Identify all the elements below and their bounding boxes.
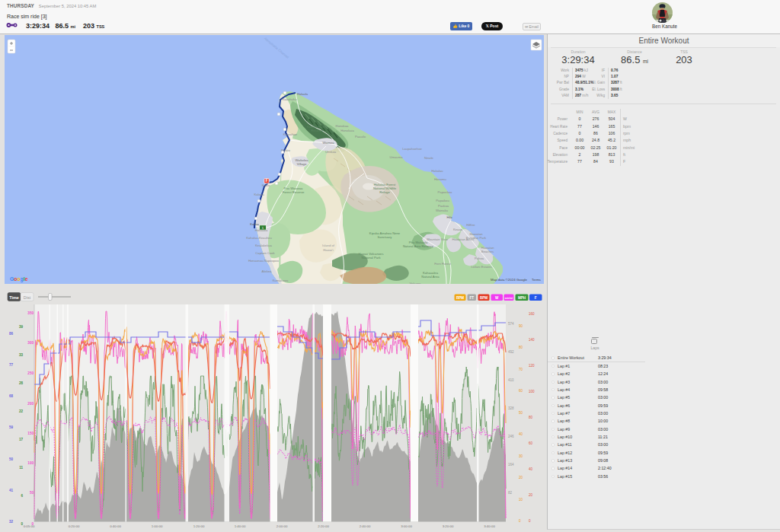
svg-text:0:40:00: 0:40:00 xyxy=(110,524,121,528)
svg-text:410: 410 xyxy=(508,378,514,382)
svg-text:1:40:00: 1:40:00 xyxy=(235,524,246,528)
svg-text:22: 22 xyxy=(19,409,24,413)
svg-text:250: 250 xyxy=(27,371,34,375)
svg-text:0:20:00: 0:20:00 xyxy=(69,524,80,528)
svg-text:Papeekeo: Papeekeo xyxy=(438,190,453,194)
svg-text:0: 0 xyxy=(529,519,531,523)
svg-text:Forest Reserve: Forest Reserve xyxy=(283,190,305,194)
svg-text:1:00:00: 1:00:00 xyxy=(152,524,163,528)
svg-text:Beaches: Beaches xyxy=(481,250,494,253)
svg-text:11: 11 xyxy=(19,466,23,470)
svg-text:Alokea: Alokea xyxy=(262,269,272,273)
svg-text:20: 20 xyxy=(529,493,533,497)
svg-text:Map data ©2024 Google: Map data ©2024 Google xyxy=(491,278,527,282)
svg-text:17: 17 xyxy=(19,438,24,441)
svg-text:Paradise Park: Paradise Park xyxy=(466,236,487,240)
svg-text:Captain Cook: Captain Cook xyxy=(255,251,275,255)
svg-text:Keaau: Keaau xyxy=(453,228,463,231)
svg-text:50: 50 xyxy=(9,457,14,461)
svg-text:40: 40 xyxy=(519,432,523,436)
svg-text:Waimea: Waimea xyxy=(322,141,334,145)
svg-text:300: 300 xyxy=(27,341,34,345)
svg-text:164: 164 xyxy=(508,463,514,467)
svg-text:492: 492 xyxy=(508,350,514,354)
svg-text:Wainaku: Wainaku xyxy=(436,209,449,212)
svg-text:Umikoa: Umikoa xyxy=(325,150,337,154)
svg-text:Honokaa: Honokaa xyxy=(336,124,349,128)
svg-text:Dist: Dist xyxy=(24,295,31,300)
svg-text:Ninole: Ninole xyxy=(424,156,434,160)
svg-text:Honaunau-Napoopoo: Honaunau-Napoopoo xyxy=(248,259,280,263)
svg-text:160: 160 xyxy=(529,312,535,316)
svg-text:100: 100 xyxy=(27,461,34,465)
svg-text:National Park: National Park xyxy=(361,256,381,260)
svg-text:50: 50 xyxy=(30,491,34,495)
svg-text:59: 59 xyxy=(9,425,14,429)
svg-text:140: 140 xyxy=(529,338,535,342)
svg-text:3:40:00: 3:40:00 xyxy=(484,524,495,528)
svg-text:100: 100 xyxy=(529,390,535,393)
svg-text:Natural Area Reserve: Natural Area Reserve xyxy=(403,244,434,248)
svg-text:0: 0 xyxy=(519,519,521,523)
svg-text:BPM: BPM xyxy=(480,296,488,300)
svg-text:40: 40 xyxy=(529,467,533,471)
svg-text:246: 246 xyxy=(508,435,514,438)
svg-text:Kalaoa: Kalaoa xyxy=(254,193,264,196)
svg-text:MPH: MPH xyxy=(518,296,526,300)
svg-text:77: 77 xyxy=(9,363,14,367)
svg-text:F: F xyxy=(535,296,537,300)
svg-text:1:20:00: 1:20:00 xyxy=(193,524,205,528)
svg-text:41: 41 xyxy=(9,489,14,492)
svg-text:39: 39 xyxy=(19,325,24,329)
svg-text:HiEire: HiEire xyxy=(466,223,475,227)
svg-text:W: W xyxy=(495,296,499,300)
svg-text:Puako: Puako xyxy=(281,148,291,152)
svg-text:FT: FT xyxy=(469,296,474,300)
svg-text:Kumakawa: Kumakawa xyxy=(273,279,289,282)
svg-text:28: 28 xyxy=(19,381,24,385)
svg-text:Honomu: Honomu xyxy=(434,177,446,181)
svg-text:Island of: Island of xyxy=(322,244,335,247)
svg-text:Halaula: Halaula xyxy=(297,92,308,96)
svg-text:0:05:00: 0:05:00 xyxy=(24,524,35,528)
svg-text:10: 10 xyxy=(519,498,523,502)
svg-text:328: 328 xyxy=(508,406,514,410)
svg-text:574: 574 xyxy=(508,322,514,326)
svg-text:200: 200 xyxy=(27,402,34,406)
svg-text:Holualoa: Holualoa xyxy=(255,228,268,232)
svg-text:20: 20 xyxy=(519,476,523,479)
svg-text:Kailua: Kailua xyxy=(250,222,259,226)
svg-text:60: 60 xyxy=(529,441,533,445)
svg-text:6: 6 xyxy=(21,494,23,498)
svg-text:68: 68 xyxy=(9,394,14,398)
svg-text:Natural Area: Natural Area xyxy=(421,275,440,279)
svg-text:min/mi: min/mi xyxy=(505,297,513,300)
svg-text:80: 80 xyxy=(529,416,533,419)
svg-text:60: 60 xyxy=(519,389,523,393)
svg-text:Kaauhuhu: Kaauhuhu xyxy=(282,97,297,101)
svg-text:Village: Village xyxy=(297,162,307,166)
svg-text:2:20:00: 2:20:00 xyxy=(318,524,329,528)
svg-text:30: 30 xyxy=(519,454,523,458)
svg-text:Kealakekua: Kealakekua xyxy=(255,244,273,247)
svg-text:Volcano: Volcano xyxy=(410,282,422,284)
svg-text:RPM: RPM xyxy=(456,296,464,300)
svg-text:32: 32 xyxy=(9,520,14,524)
svg-text:Leilani Estates: Leilani Estates xyxy=(471,265,491,269)
svg-text:150: 150 xyxy=(27,432,34,435)
svg-text:Hakalau: Hakalau xyxy=(431,169,443,173)
svg-text:Sanctuary: Sanctuary xyxy=(378,235,393,239)
svg-text:Time: Time xyxy=(9,295,18,300)
svg-text:Kukio: Kukio xyxy=(262,183,270,187)
svg-text:Umauma: Umauma xyxy=(390,155,404,159)
svg-text:Paukaa: Paukaa xyxy=(438,204,449,208)
svg-text:Kahaluu-Keauhou: Kahaluu-Keauhou xyxy=(246,236,272,240)
svg-text:Paauilo: Paauilo xyxy=(355,135,366,139)
svg-text:Google: Google xyxy=(10,276,28,282)
svg-text:Terms: Terms xyxy=(532,278,542,282)
svg-text:2:00:00: 2:00:00 xyxy=(277,524,288,528)
svg-text:Pahoa: Pahoa xyxy=(475,256,484,260)
svg-text:Hawai'i: Hawai'i xyxy=(323,248,333,252)
svg-text:33: 33 xyxy=(19,353,24,357)
svg-text:350: 350 xyxy=(27,311,34,315)
